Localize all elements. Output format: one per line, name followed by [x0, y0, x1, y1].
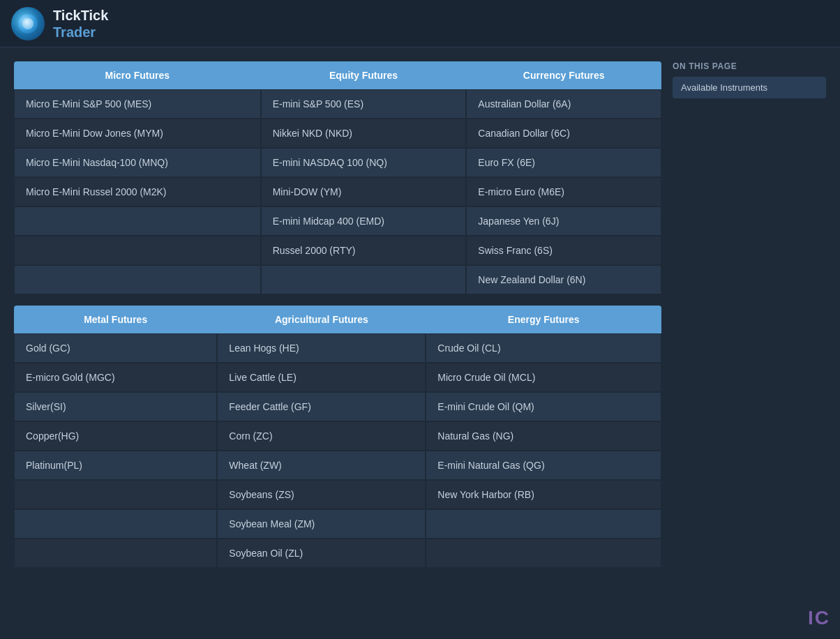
table2-row1-col0: E-micro Gold (MGC)	[14, 363, 217, 392]
logo-inner	[18, 14, 38, 33]
table2-row5-col0	[14, 480, 217, 509]
bottom-logo: I C	[808, 608, 829, 628]
table1-row3-col2: E-micro Euro (M6E)	[466, 177, 661, 206]
table2-row1-col1: Live Cattle (LE)	[217, 363, 426, 392]
table2-row0-col0: Gold (GC)	[14, 333, 217, 363]
table1-row3-col0: Micro E-Mini Russel 2000 (M2K)	[14, 177, 261, 206]
table1-row0-col0: Micro E-Mini S&P 500 (MES)	[14, 89, 261, 119]
table1-row5-col0	[14, 236, 261, 265]
table1-row2-col2: Euro FX (6E)	[466, 148, 661, 177]
table1-row4-col1: E-mini Midcap 400 (EMD)	[261, 206, 467, 236]
futures-table-1: Micro Futures Equity Futures Currency Fu…	[14, 61, 661, 294]
table1-row5-col1: Russel 2000 (RTY)	[261, 236, 467, 265]
col-header-equity-futures: Equity Futures	[261, 61, 467, 89]
logo-c-letter: C	[815, 608, 829, 628]
table2-row3-col1: Corn (ZC)	[217, 421, 426, 451]
app-logo	[11, 7, 45, 40]
table1-row0-col1: E-mini S&P 500 (ES)	[261, 89, 467, 119]
app-header: TickTick Trader	[0, 0, 840, 47]
table2-row2-col1: Feeder Cattle (GF)	[217, 392, 426, 421]
table1-row4-col2: Japanese Yen (6J)	[466, 206, 661, 236]
table2-row7-col2	[426, 539, 661, 568]
table2-row2-col0: Silver(SI)	[14, 392, 217, 421]
table2-row5-col1: Soybeans (ZS)	[217, 480, 426, 509]
col-header-energy-futures: Energy Futures	[426, 306, 661, 333]
table1-row2-col1: E-mini NASDAQ 100 (NQ)	[261, 148, 467, 177]
sidebar: ON THIS PAGE Available Instruments	[673, 61, 826, 579]
table1-row4-col0	[14, 206, 261, 236]
col-header-metal-futures: Metal Futures	[14, 306, 217, 333]
futures-table-2: Metal Futures Agricultural Futures Energ…	[14, 306, 661, 568]
brand-subtitle: Trader	[53, 24, 108, 40]
logo-icon: I C	[808, 608, 829, 628]
sidebar-section-title: ON THIS PAGE	[673, 61, 826, 71]
col-header-currency-futures: Currency Futures	[466, 61, 661, 89]
sidebar-available-instruments-link[interactable]: Available Instruments	[673, 77, 826, 98]
table1-row6-col0	[14, 265, 261, 294]
table2-row0-col1: Lean Hogs (HE)	[217, 333, 426, 363]
table2-row3-col0: Copper(HG)	[14, 421, 217, 451]
table1-row1-col0: Micro E-Mini Dow Jones (MYM)	[14, 119, 261, 148]
brand-name: TickTick	[53, 7, 108, 24]
table1-row0-col2: Australian Dollar (6A)	[466, 89, 661, 119]
table1-row6-col2: New Zealand Dollar (6N)	[466, 265, 661, 294]
table1-row3-col1: Mini-DOW (YM)	[261, 177, 467, 206]
col-header-agricultural-futures: Agricultural Futures	[217, 306, 426, 333]
table1-row1-col2: Canadian Dollar (6C)	[466, 119, 661, 148]
table1-row6-col1	[261, 265, 467, 294]
table1-row1-col1: Nikkei NKD (NKD)	[261, 119, 467, 148]
table2-row0-col2: Crude Oil (CL)	[426, 333, 661, 363]
table1-row2-col0: Micro E-Mini Nasdaq-100 (MNQ)	[14, 148, 261, 177]
table2-row6-col0	[14, 509, 217, 539]
table2-row4-col2: E-mini Natural Gas (QG)	[426, 451, 661, 480]
table2-row6-col2	[426, 509, 661, 539]
table2-row1-col2: Micro Crude Oil (MCL)	[426, 363, 661, 392]
table2-row4-col1: Wheat (ZW)	[217, 451, 426, 480]
table2-row5-col2: New York Harbor (RB)	[426, 480, 661, 509]
table2-row2-col2: E-mini Crude Oil (QM)	[426, 392, 661, 421]
page-layout: Micro Futures Equity Futures Currency Fu…	[0, 47, 840, 593]
table2-row7-col0	[14, 539, 217, 568]
main-content: Micro Futures Equity Futures Currency Fu…	[14, 61, 661, 579]
table2-row6-col1: Soybean Meal (ZM)	[217, 509, 426, 539]
brand-text: TickTick Trader	[53, 7, 108, 40]
table2-row4-col0: Platinum(PL)	[14, 451, 217, 480]
table2-row7-col1: Soybean Oil (ZL)	[217, 539, 426, 568]
logo-l-letter: I	[808, 608, 813, 628]
col-header-micro-futures: Micro Futures	[14, 61, 261, 89]
table1-row5-col2: Swiss Franc (6S)	[466, 236, 661, 265]
table2-row3-col2: Natural Gas (NG)	[426, 421, 661, 451]
